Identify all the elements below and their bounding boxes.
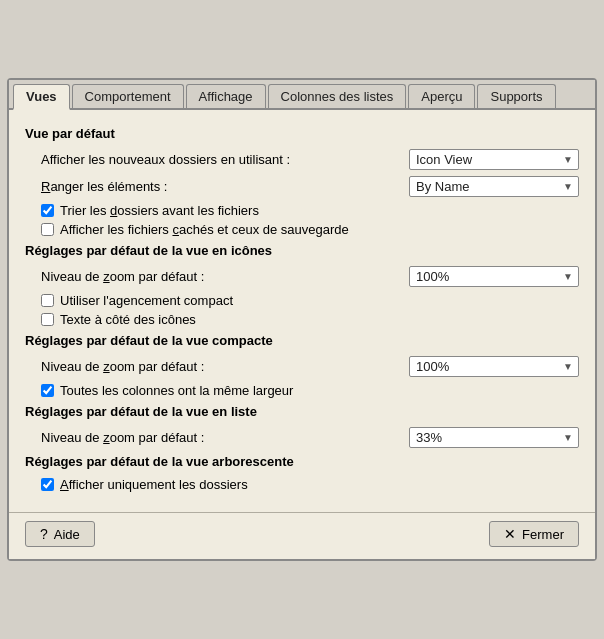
list-zoom-select[interactable]: 33% 50% 75% 100%	[409, 427, 579, 448]
icon-zoom-select[interactable]: 50% 75% 100% 150% 200%	[409, 266, 579, 287]
tab-apercu[interactable]: Aperçu	[408, 84, 475, 108]
section-title-icon-view: Réglages par défaut de la vue en icônes	[25, 243, 579, 258]
new-folders-select-wrapper: Icon View List View Compact View ▼	[409, 149, 579, 170]
list-zoom-row: Niveau de zoom par défaut : 33% 50% 75% …	[25, 427, 579, 448]
icon-zoom-label: Niveau de zoom par défaut :	[41, 269, 204, 284]
icon-zoom-row: Niveau de zoom par défaut : 50% 75% 100%…	[25, 266, 579, 287]
help-icon: ?	[40, 526, 48, 542]
same-width-label[interactable]: Toutes les colonnes ont la même largeur	[60, 383, 293, 398]
section-title-default-view: Vue par défaut	[25, 126, 579, 141]
new-folders-row: Afficher les nouveaux dossiers en utilis…	[25, 149, 579, 170]
dialog: Vues Comportement Affichage Colonnes des…	[7, 78, 597, 561]
section-title-tree-view: Réglages par défaut de la vue arborescen…	[25, 454, 579, 469]
compact-zoom-select-wrapper: 50% 75% 100% 150% 200% ▼	[409, 356, 579, 377]
icon-zoom-select-wrapper: 50% 75% 100% 150% 200% ▼	[409, 266, 579, 287]
new-folders-label: Afficher les nouveaux dossiers en utilis…	[41, 152, 290, 167]
compact-zoom-row: Niveau de zoom par défaut : 50% 75% 100%…	[25, 356, 579, 377]
compact-zoom-select[interactable]: 50% 75% 100% 150% 200%	[409, 356, 579, 377]
sort-folders-label[interactable]: Trier les dossiers avant les fichiers	[60, 203, 259, 218]
footer: ? Aide ✕ Fermer	[9, 512, 595, 559]
show-hidden-row: Afficher les fichiers cachés et ceux de …	[25, 222, 579, 237]
text-beside-row: Texte à côté des icônes	[25, 312, 579, 327]
tab-comportement[interactable]: Comportement	[72, 84, 184, 108]
folders-only-checkbox[interactable]	[41, 478, 54, 491]
sort-folders-row: Trier les dossiers avant les fichiers	[25, 203, 579, 218]
close-label: Fermer	[522, 527, 564, 542]
help-label: Aide	[54, 527, 80, 542]
content-area: Vue par défaut Afficher les nouveaux dos…	[9, 110, 595, 512]
sort-folders-checkbox[interactable]	[41, 204, 54, 217]
tab-vues[interactable]: Vues	[13, 84, 70, 110]
compact-zoom-label: Niveau de zoom par défaut :	[41, 359, 204, 374]
tab-bar: Vues Comportement Affichage Colonnes des…	[9, 80, 595, 110]
list-zoom-label: Niveau de zoom par défaut :	[41, 430, 204, 445]
section-title-list-view: Réglages par défaut de la vue en liste	[25, 404, 579, 419]
folders-only-label[interactable]: Afficher uniquement les dossiers	[60, 477, 248, 492]
compact-label[interactable]: Utiliser l'agencement compact	[60, 293, 233, 308]
close-icon: ✕	[504, 526, 516, 542]
new-folders-select[interactable]: Icon View List View Compact View	[409, 149, 579, 170]
arrange-label: Ranger les éléments :	[41, 179, 167, 194]
show-hidden-label[interactable]: Afficher les fichiers cachés et ceux de …	[60, 222, 349, 237]
help-button[interactable]: ? Aide	[25, 521, 95, 547]
arrange-select[interactable]: By Name By Date By Size By Type	[409, 176, 579, 197]
arrange-row: Ranger les éléments : By Name By Date By…	[25, 176, 579, 197]
compact-checkbox[interactable]	[41, 294, 54, 307]
close-button[interactable]: ✕ Fermer	[489, 521, 579, 547]
same-width-row: Toutes les colonnes ont la même largeur	[25, 383, 579, 398]
folders-only-row: Afficher uniquement les dossiers	[25, 477, 579, 492]
text-beside-checkbox[interactable]	[41, 313, 54, 326]
tab-supports[interactable]: Supports	[477, 84, 555, 108]
tab-affichage[interactable]: Affichage	[186, 84, 266, 108]
section-title-compact-view: Réglages par défaut de la vue compacte	[25, 333, 579, 348]
compact-row: Utiliser l'agencement compact	[25, 293, 579, 308]
show-hidden-checkbox[interactable]	[41, 223, 54, 236]
list-zoom-select-wrapper: 33% 50% 75% 100% ▼	[409, 427, 579, 448]
arrange-select-wrapper: By Name By Date By Size By Type ▼	[409, 176, 579, 197]
tab-colonnes[interactable]: Colonnes des listes	[268, 84, 407, 108]
same-width-checkbox[interactable]	[41, 384, 54, 397]
text-beside-label[interactable]: Texte à côté des icônes	[60, 312, 196, 327]
